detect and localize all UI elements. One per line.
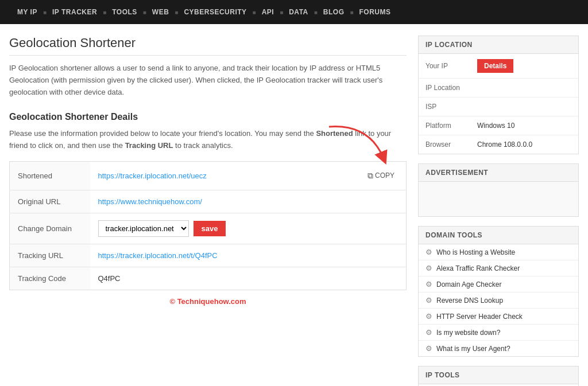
nav-tools[interactable]: TOOLS	[106, 8, 143, 16]
table-row-original-url: Original URL https://www.techniquehow.co…	[10, 190, 407, 213]
copy-button[interactable]: ⧉ COPY	[364, 169, 398, 183]
domain-tool-label-3: Domain Age Checker	[436, 280, 501, 288]
tracking-url-label: Tracking URL	[10, 244, 90, 267]
ip-row-your-ip: Your IP Details	[419, 54, 578, 79]
domain-tools-header: DOMAIN TOOLS	[419, 227, 578, 244]
advertisement-box: ADVERTISEMENT	[418, 163, 579, 217]
tracking-url-action	[356, 244, 407, 267]
original-url-value: https://www.techniquehow.com/	[90, 190, 356, 213]
your-ip-label: Your IP	[419, 54, 470, 79]
advertisement-content	[419, 182, 578, 216]
gear-icon-6: ⚙	[425, 328, 432, 337]
copyright: © Techniquehow.com	[9, 297, 407, 306]
domain-tool-label-5: HTTP Server Header Check	[436, 313, 523, 321]
nav-ip-tracker[interactable]: IP TRACKER	[47, 8, 103, 16]
page-description: IP Geolocation shortener allows a user t…	[9, 63, 407, 98]
domain-tool-item-6[interactable]: ⚙ Is my website down?	[419, 325, 578, 341]
data-table: Shortened https://tracker.iplocation.net…	[9, 161, 407, 290]
nav-api[interactable]: API	[256, 8, 280, 16]
ip-tools-header: IP TOOLS	[419, 366, 578, 384]
ip-location-value	[470, 79, 578, 98]
copy-icon: ⧉	[368, 171, 373, 181]
section-desc-part1: Please use the information provided belo…	[9, 129, 314, 138]
ip-row-platform: Platform Windows 10	[419, 116, 578, 135]
section-title: Geolocation Shortener Deails	[9, 112, 407, 122]
save-domain-button[interactable]: save	[194, 221, 226, 236]
domain-tool-label-6: Is my website down?	[436, 329, 500, 337]
ip-location-box: IP LOCATION Your IP Details IP Location	[418, 36, 579, 154]
original-url-action	[356, 190, 407, 213]
gear-icon-2: ⚙	[425, 264, 432, 272]
shortened-link[interactable]: https://tracker.iplocation.net/uecz	[98, 171, 207, 180]
domain-select[interactable]: tracker.iplocation.net	[98, 220, 189, 237]
ip-row-browser: Browser Chrome 108.0.0.0	[419, 135, 578, 154]
section-description: Please use the information provided belo…	[9, 128, 407, 152]
isp-label: ISP	[419, 98, 470, 116]
gear-icon-1: ⚙	[425, 248, 432, 256]
domain-tool-item-5[interactable]: ⚙ HTTP Server Header Check	[419, 309, 578, 325]
tracking-url-value: https://tracker.iplocation.net/t/Q4fPC	[90, 244, 356, 267]
nav-web[interactable]: WEB	[146, 8, 175, 16]
page-title: Geolocation Shortener	[9, 36, 407, 56]
tracking-code-value: Q4fPC	[90, 267, 356, 290]
domain-tool-label-7: What is my User Agent?	[436, 345, 510, 353]
table-row-tracking-code: Tracking Code Q4fPC	[10, 267, 407, 290]
platform-value: Windows 10	[470, 116, 578, 135]
nav-cybersecurity[interactable]: CYBERSECURITY	[178, 8, 252, 16]
gear-icon-4: ⚙	[425, 296, 432, 305]
domain-tool-item-3[interactable]: ⚙ Domain Age Checker	[419, 276, 578, 293]
domain-tools-list: ⚙ Who is Hosting a Website ⚙ Alexa Traff…	[419, 244, 578, 356]
nav-data[interactable]: DATA	[283, 8, 314, 16]
nav-blog[interactable]: BLOG	[318, 8, 350, 16]
tracking-url-link[interactable]: https://tracker.iplocation.net/t/Q4fPC	[98, 251, 218, 260]
original-url-link[interactable]: https://www.techniquehow.com/	[98, 197, 202, 206]
platform-label: Platform	[419, 116, 470, 135]
arrow-container: Shortened https://tracker.iplocation.net…	[9, 161, 407, 290]
table-row-shortened: Shortened https://tracker.iplocation.net…	[10, 161, 407, 190]
tracking-code-action	[356, 267, 407, 290]
ip-location-label: IP Location	[419, 79, 470, 98]
ip-location-header: IP LOCATION	[419, 36, 578, 54]
domain-row: tracker.iplocation.net save	[98, 220, 348, 237]
ip-row-isp: ISP	[419, 98, 578, 116]
table-row-change-domain: Change Domain tracker.iplocation.net sav…	[10, 213, 407, 244]
gear-icon-3: ⚙	[425, 280, 432, 288]
domain-tools-box: DOMAIN TOOLS ⚙ Who is Hosting a Website …	[418, 226, 579, 357]
ip-tools-box: IP TOOLS ⚙ Trace Email Source ⚙ Verify E…	[418, 366, 579, 386]
browser-label: Browser	[419, 135, 470, 154]
copy-label: COPY	[375, 171, 394, 180]
gear-icon-7: ⚙	[425, 344, 432, 353]
domain-tool-label-1: Who is Hosting a Website	[436, 248, 515, 256]
browser-value: Chrome 108.0.0.0	[470, 135, 578, 154]
domain-tool-item-4[interactable]: ⚙ Reverse DNS Lookup	[419, 293, 578, 309]
sidebar: IP LOCATION Your IP Details IP Location	[418, 36, 579, 386]
shortened-label: Shortened	[10, 161, 90, 190]
change-domain-value: tracker.iplocation.net save	[90, 213, 356, 244]
original-url-label: Original URL	[10, 190, 90, 213]
details-button[interactable]: Details	[477, 59, 513, 73]
domain-tool-label-4: Reverse DNS Lookup	[436, 297, 503, 305]
section-desc-part3: to track analytics.	[175, 141, 233, 150]
section-highlight1: Shortened	[316, 129, 353, 138]
advertisement-header: ADVERTISEMENT	[419, 164, 578, 182]
change-domain-action	[356, 213, 407, 244]
page-wrapper: Geolocation Shortener IP Geolocation sho…	[0, 24, 588, 386]
ip-row-ip-location: IP Location	[419, 79, 578, 98]
main-content: Geolocation Shortener IP Geolocation sho…	[9, 36, 407, 386]
shortened-value: https://tracker.iplocation.net/uecz	[90, 161, 356, 190]
tracking-code-label: Tracking Code	[10, 267, 90, 290]
nav-my-ip[interactable]: MY IP	[11, 8, 43, 16]
ip-location-table: Your IP Details IP Location ISP	[419, 54, 578, 154]
change-domain-label: Change Domain	[10, 213, 90, 244]
your-ip-value: Details	[470, 54, 578, 79]
nav-forums[interactable]: FORUMS	[354, 8, 397, 16]
domain-tool-item-2[interactable]: ⚙ Alexa Traffic Rank Checker	[419, 260, 578, 276]
table-row-tracking-url: Tracking URL https://tracker.iplocation.…	[10, 244, 407, 267]
main-nav: MY IP ■ IP TRACKER ■ TOOLS ■ WEB ■ CYBER…	[0, 0, 588, 24]
domain-tool-item-7[interactable]: ⚙ What is my User Agent?	[419, 341, 578, 356]
domain-tool-item-1[interactable]: ⚙ Who is Hosting a Website	[419, 244, 578, 260]
shortened-copy-cell: ⧉ COPY	[356, 161, 407, 190]
section-highlight2: Tracking URL	[125, 141, 173, 150]
gear-icon-5: ⚙	[425, 312, 432, 321]
isp-value	[470, 98, 578, 116]
